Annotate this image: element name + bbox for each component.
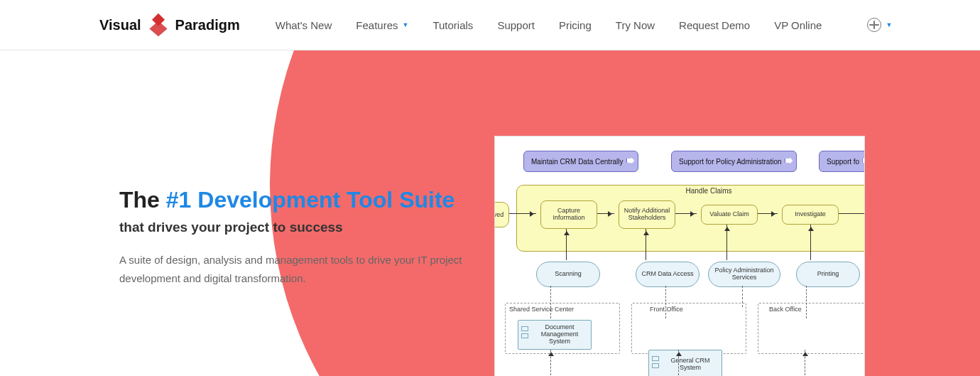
hero-subtitle: that drives your project to success — [119, 220, 489, 235]
act-valuate: Valuate Claim — [701, 205, 758, 225]
connector-dashed — [550, 350, 551, 375]
svc-crm-data: CRM Data Access — [636, 262, 699, 287]
svc-printing: Printing — [796, 262, 860, 287]
language-selector[interactable]: ▼ — [867, 18, 892, 32]
nav-try-now[interactable]: Try Now — [616, 19, 655, 31]
hero-description: A suite of design, analysis and manageme… — [119, 251, 489, 287]
hero-section: The #1 Development Tool Suite that drive… — [0, 50, 980, 376]
logo-text-right: Paradigm — [175, 17, 240, 33]
svc-policy-admin: Policy Administration Services — [708, 262, 780, 287]
groupbox-back — [758, 303, 865, 354]
brand-logo[interactable]: Visual Paradigm — [99, 12, 240, 38]
chevron-down-icon: ▼ — [402, 21, 408, 28]
act-investigate: Investigate — [782, 205, 839, 225]
logo-icon — [146, 12, 171, 38]
connector-dashed — [806, 286, 807, 318]
connector — [839, 213, 865, 214]
bp-support-partial: Support fo — [819, 151, 865, 172]
connector — [726, 225, 727, 260]
comp-doc-mgmt: Document Management System — [518, 320, 592, 350]
connector — [566, 229, 567, 260]
nav-tutorials[interactable]: Tutorials — [432, 19, 473, 31]
connector — [675, 213, 697, 214]
connector — [646, 229, 646, 260]
main-header: Visual Paradigm What's New Features▼ Tut… — [0, 0, 980, 50]
nav-whats-new[interactable]: What's New — [276, 19, 332, 31]
connector-dashed — [742, 286, 743, 307]
act-notify: Notify Additional Stakeholders — [619, 200, 675, 229]
nav-vp-online[interactable]: VP Online — [774, 19, 822, 31]
act-capture: Capture Information — [540, 200, 597, 229]
connector — [509, 213, 536, 214]
groupbox-front — [631, 303, 746, 354]
svc-scanning: Scanning — [536, 262, 600, 287]
logo-text-left: Visual — [99, 17, 141, 33]
nav-pricing[interactable]: Pricing — [559, 19, 592, 31]
nav-features[interactable]: Features▼ — [356, 19, 408, 31]
connector — [810, 225, 811, 260]
svg-marker-1 — [149, 21, 167, 37]
connector-dashed — [665, 286, 666, 318]
hero-copy: The #1 Development Tool Suite that drive… — [119, 186, 489, 287]
main-nav: What's New Features▼ Tutorials Support P… — [276, 18, 893, 32]
connector — [597, 213, 614, 214]
nav-support[interactable]: Support — [497, 19, 535, 31]
connector — [758, 213, 778, 214]
comp-gen-crm: General CRM System — [648, 350, 722, 376]
connector-dashed — [805, 350, 805, 375]
lane-title: Handle Claims — [517, 186, 865, 195]
nav-request-demo[interactable]: Request Demo — [679, 19, 750, 31]
bp-support-policy: Support for Policy Administration — [671, 151, 797, 172]
start-event: ved — [494, 202, 509, 227]
chevron-down-icon: ▼ — [886, 21, 892, 28]
connector-dashed — [550, 286, 551, 318]
bp-maintain-crm: Maintain CRM Data Centrally — [523, 151, 638, 172]
globe-icon — [867, 18, 881, 32]
hero-diagram: Maintain CRM Data Centrally Support for … — [494, 136, 865, 376]
hero-title: The #1 Development Tool Suite — [119, 186, 489, 214]
connector-dashed — [678, 350, 679, 375]
